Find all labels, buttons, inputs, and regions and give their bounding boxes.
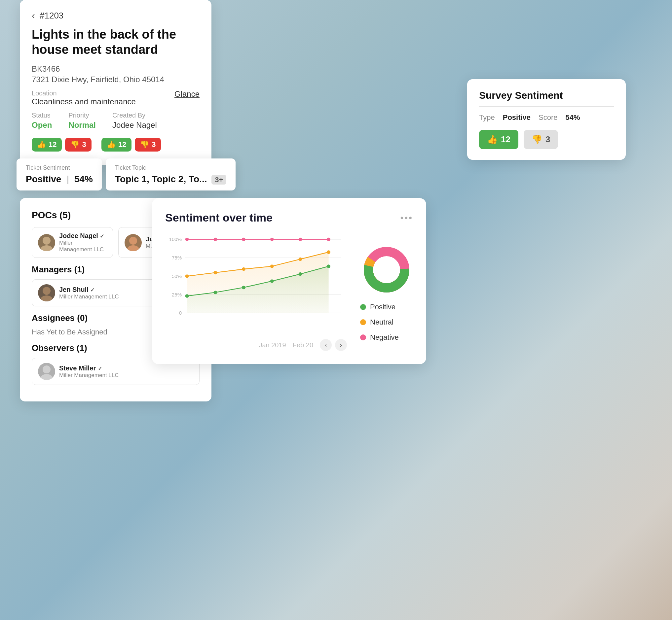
obs1-name: Steve Miller ✓ <box>59 364 118 372</box>
svg-point-22 <box>270 238 274 241</box>
survey-score-value: 54% <box>566 113 580 122</box>
thumbs-group-2: 👍 12 👎 3 <box>101 138 161 152</box>
thumbs-up-icon: 👍 <box>37 140 46 149</box>
tooltip-topic-value: Topic 1, Topic 2, To... 3+ <box>115 174 226 185</box>
svg-point-6 <box>43 365 51 373</box>
survey-type-value: Positive <box>503 113 531 122</box>
chart-body: 100% 75% 50% 25% 0 <box>165 234 413 351</box>
more-options-icon[interactable]: ••• <box>400 213 413 223</box>
thumbs-down-icon-2: 👎 <box>140 140 149 149</box>
legend-negative: Negative <box>360 333 413 342</box>
chart-header: Sentiment over time ••• <box>165 211 413 224</box>
survey-card: Survey Sentiment Type Positive Score 54%… <box>467 79 626 160</box>
donut-chart <box>360 243 413 296</box>
ticket-title: Lights in the back of the house meet sta… <box>32 27 199 57</box>
chart-nav: Jan 2019 Feb 20 ‹ › <box>165 339 347 351</box>
poc1-chip[interactable]: Jodee Nagel ✓ Miller Management LLC <box>32 227 113 258</box>
poc1-org: Miller Management LLC <box>59 240 107 253</box>
poc1-name: Jodee Nagel ✓ <box>59 232 107 240</box>
chart-next-button[interactable]: › <box>335 339 347 351</box>
survey-thumbs-up-button[interactable]: 👍 12 <box>479 130 518 149</box>
legend-neutral-label: Neutral <box>370 318 393 326</box>
svg-point-7 <box>41 374 52 380</box>
created-by-label: Created By <box>112 112 157 119</box>
svg-text:0: 0 <box>179 310 182 316</box>
svg-point-20 <box>213 238 217 241</box>
poc1-avatar <box>38 234 55 251</box>
survey-title: Survey Sentiment <box>479 90 614 101</box>
survey-score-label: Score <box>538 113 557 122</box>
survey-thumbs-up-count: 12 <box>501 134 511 145</box>
survey-thumbs-up-icon: 👍 <box>487 134 497 145</box>
legend-neutral: Neutral <box>360 318 413 326</box>
topic-badge: 3+ <box>211 175 226 185</box>
svg-point-2 <box>129 237 137 245</box>
mgr1-avatar <box>38 284 55 301</box>
svg-point-38 <box>327 264 330 268</box>
svg-point-36 <box>270 279 274 283</box>
survey-divider <box>479 106 614 107</box>
svg-point-0 <box>43 237 51 245</box>
location-label: Location <box>32 90 136 97</box>
sentiment-chart-card: Sentiment over time ••• <box>152 198 426 364</box>
legend-positive: Positive <box>360 303 413 311</box>
survey-type-label: Type <box>479 113 495 122</box>
mgr1-info: Jen Shull ✓ Miller Management LLC <box>59 286 118 300</box>
svg-point-35 <box>242 286 245 289</box>
svg-text:50%: 50% <box>172 273 182 279</box>
svg-point-3 <box>127 245 139 251</box>
chart-svg: 100% 75% 50% 25% 0 <box>165 234 347 333</box>
chart-prev-button[interactable]: ‹ <box>320 339 332 351</box>
ticket-address: 7321 Dixie Hwy, Fairfield, Ohio 45014 <box>32 75 199 84</box>
obs1-org: Miller Management LLC <box>59 372 118 379</box>
thumbs-down-button[interactable]: 👎 3 <box>65 138 91 152</box>
tooltip-sentiment: Ticket Sentiment Positive | 54% <box>16 158 102 191</box>
svg-point-26 <box>185 274 189 278</box>
mgr1-name: Jen Shull ✓ <box>59 286 118 294</box>
chart-date1: Jan 2019 <box>259 341 286 349</box>
svg-point-19 <box>185 238 189 241</box>
tooltip-topic-label: Ticket Topic <box>115 164 226 171</box>
negative-dot <box>360 334 366 341</box>
svg-point-31 <box>327 250 330 254</box>
svg-point-34 <box>213 291 217 294</box>
thumbs-up-button-2[interactable]: 👍 12 <box>101 138 132 152</box>
svg-text:100%: 100% <box>169 237 182 242</box>
legend-negative-label: Negative <box>370 333 399 342</box>
survey-thumbs-down-button[interactable]: 👎 3 <box>524 130 558 149</box>
survey-thumbs-down-icon: 👎 <box>532 134 542 145</box>
thumbs-up-count-2: 12 <box>118 140 126 149</box>
back-arrow-icon[interactable]: ‹ <box>32 10 35 21</box>
glance-link[interactable]: Glance <box>175 90 199 99</box>
tooltip-topic: Ticket Topic Topic 1, Topic 2, To... 3+ <box>106 158 236 191</box>
svg-point-29 <box>270 264 274 268</box>
thumbs-up-icon-2: 👍 <box>107 140 115 149</box>
ticket-card: ‹ #1203 Lights in the back of the house … <box>20 0 211 165</box>
location-value: Cleanliness and maintenance <box>32 97 136 106</box>
obs1-avatar <box>38 363 55 380</box>
svg-point-33 <box>185 294 189 298</box>
svg-point-24 <box>327 238 330 241</box>
poc1-checkmark: ✓ <box>100 234 104 239</box>
priority-label: Priority <box>68 112 96 119</box>
svg-point-42 <box>375 258 398 281</box>
legend-positive-label: Positive <box>370 303 395 311</box>
poc1-info: Jodee Nagel ✓ Miller Management LLC <box>59 232 107 253</box>
tooltip-sentiment-value: Positive | 54% <box>26 174 93 185</box>
thumbs-down-button-2[interactable]: 👎 3 <box>135 138 161 152</box>
thumbs-up-count: 12 <box>49 140 56 149</box>
survey-thumbs: 👍 12 👎 3 <box>479 130 614 149</box>
svg-point-37 <box>299 272 302 276</box>
status-value: Open <box>32 120 52 130</box>
svg-point-23 <box>299 238 302 241</box>
chart-date2: Feb 20 <box>293 341 313 349</box>
ticket-number: #1203 <box>40 10 63 21</box>
svg-text:75%: 75% <box>172 255 182 260</box>
status-label: Status <box>32 112 52 119</box>
survey-meta: Type Positive Score 54% <box>479 113 614 122</box>
chart-title: Sentiment over time <box>165 211 273 224</box>
svg-point-4 <box>43 287 51 295</box>
thumbs-down-icon: 👎 <box>70 140 79 149</box>
thumbs-up-button[interactable]: 👍 12 <box>32 138 62 152</box>
svg-point-27 <box>213 271 217 274</box>
